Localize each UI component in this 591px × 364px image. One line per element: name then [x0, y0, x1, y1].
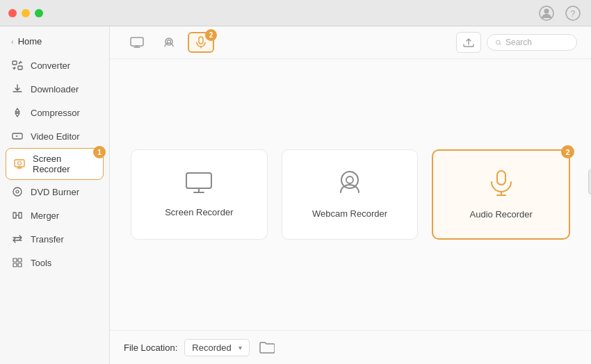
webcam-recorder-card-icon	[336, 170, 364, 200]
screen-recorder-badge: 1	[93, 146, 106, 158]
video-editor-icon	[11, 130, 24, 142]
sidebar-item-label: Compressor	[31, 108, 80, 118]
audio-recorder-badge: 2	[561, 145, 574, 158]
svg-rect-23	[497, 171, 505, 185]
sidebar-item-label: Screen Recorder	[33, 154, 96, 174]
back-chevron-icon: ‹	[11, 38, 14, 46]
open-folder-button[interactable]	[257, 338, 277, 357]
tab-audio[interactable]: 2	[188, 32, 214, 53]
app-body: ‹ Home Converter Downloader	[0, 26, 591, 364]
svg-point-8	[18, 162, 22, 165]
file-location-select[interactable]: Recorded ▾	[184, 339, 249, 356]
tab-webcam[interactable]	[156, 32, 182, 53]
sidebar: ‹ Home Converter Downloader	[0, 26, 110, 364]
svg-rect-12	[18, 258, 22, 262]
sidebar-item-transfer[interactable]: Transfer	[0, 227, 109, 251]
maximize-button[interactable]	[35, 9, 43, 17]
folder-icon	[259, 341, 275, 354]
title-bar-right: ?	[537, 3, 583, 23]
svg-text:?: ?	[571, 9, 576, 19]
search-box[interactable]	[487, 34, 577, 51]
upload-button[interactable]	[456, 32, 481, 53]
sidebar-item-label: Transfer	[31, 234, 64, 245]
downloader-icon	[11, 83, 24, 95]
audio-recorder-label: Audio Recorder	[470, 209, 533, 220]
tools-icon	[11, 256, 24, 269]
svg-rect-5	[18, 66, 22, 69]
svg-point-10	[16, 190, 19, 193]
home-item[interactable]: ‹ Home	[0, 32, 109, 53]
user-icon[interactable]	[537, 3, 556, 23]
sidebar-item-label: Merger	[31, 210, 59, 221]
file-location-label: File Location:	[124, 342, 177, 353]
sidebar-item-screen-recorder[interactable]: Screen Recorder 1	[6, 148, 104, 180]
svg-rect-18	[199, 37, 203, 44]
screen-recorder-card[interactable]: Screen Recorder	[131, 149, 268, 240]
bottom-bar: File Location: Recorded ▾	[110, 330, 591, 364]
sidebar-item-compressor[interactable]: Compressor	[0, 101, 109, 124]
traffic-lights	[8, 9, 43, 17]
sidebar-item-label: Tools	[31, 258, 51, 268]
search-input[interactable]	[505, 38, 568, 47]
screen-recorder-label: Screen Recorder	[165, 207, 233, 217]
audio-tab-badge: 2	[205, 29, 217, 41]
sidebar-item-merger[interactable]: Merger	[0, 204, 109, 227]
svg-point-22	[346, 176, 353, 183]
screen-recorder-icon	[13, 158, 26, 170]
title-bar: ?	[0, 0, 591, 26]
content-area: 2	[110, 26, 591, 364]
collapse-sidebar-button[interactable]: ‹	[588, 169, 591, 195]
merger-icon	[11, 209, 24, 222]
svg-rect-4	[13, 61, 17, 65]
sidebar-item-label: DVD Burner	[31, 187, 79, 197]
file-location-value: Recorded	[192, 342, 231, 353]
webcam-recorder-label: Webcam Recorder	[312, 208, 387, 219]
sidebar-item-video-editor[interactable]: Video Editor	[0, 124, 109, 148]
help-icon[interactable]: ?	[563, 3, 583, 23]
sidebar-item-tools[interactable]: Tools	[0, 251, 109, 274]
sidebar-item-downloader[interactable]: Downloader	[0, 77, 109, 101]
compressor-icon	[11, 106, 24, 119]
tab-screen[interactable]	[124, 32, 150, 53]
cards-area: Screen Recorder Webcam Recorder 2	[110, 59, 591, 330]
search-icon	[496, 38, 501, 47]
sidebar-item-dvd-burner[interactable]: DVD Burner	[0, 180, 109, 204]
minimize-button[interactable]	[22, 9, 30, 17]
home-label: Home	[18, 36, 42, 47]
screen-recorder-card-icon	[185, 172, 213, 199]
toolbar: 2	[110, 26, 591, 59]
transfer-icon	[11, 233, 24, 245]
audio-recorder-card[interactable]: 2 Audio Recorder	[432, 149, 570, 240]
close-button[interactable]	[8, 9, 17, 17]
dropdown-arrow-icon: ▾	[238, 344, 242, 351]
svg-rect-14	[18, 263, 22, 267]
sidebar-item-label: Converter	[31, 60, 70, 71]
svg-rect-15	[131, 38, 143, 46]
sidebar-item-label: Video Editor	[31, 131, 80, 142]
svg-point-1	[544, 8, 549, 13]
svg-rect-11	[13, 258, 17, 262]
svg-rect-7	[15, 160, 24, 167]
webcam-recorder-card[interactable]: Webcam Recorder	[282, 149, 419, 240]
dvd-burner-icon	[11, 185, 24, 198]
sidebar-item-converter[interactable]: Converter	[0, 53, 109, 77]
sidebar-item-label: Downloader	[31, 84, 79, 94]
audio-recorder-card-icon	[489, 169, 514, 201]
svg-point-9	[13, 188, 22, 196]
svg-rect-20	[186, 173, 211, 188]
svg-rect-13	[13, 263, 17, 267]
converter-icon	[11, 59, 24, 72]
